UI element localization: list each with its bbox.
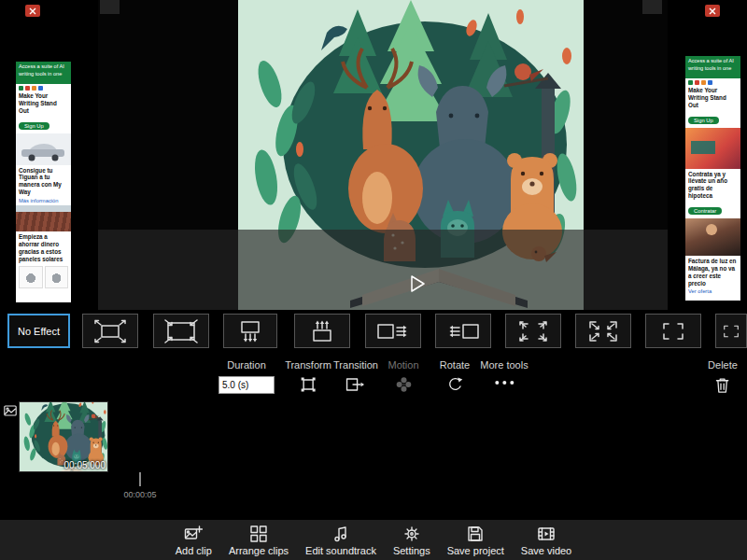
effect-tile-no-effect[interactable]: No Effect bbox=[7, 314, 70, 348]
effect-tile-pan-down[interactable] bbox=[223, 314, 277, 348]
motion-icon bbox=[395, 376, 412, 393]
effect-tile-pan-left[interactable] bbox=[435, 314, 491, 348]
more-tools-button[interactable]: More tools bbox=[480, 359, 528, 385]
ad-header-banner[interactable]: Access a suite of AI writing tools in on… bbox=[685, 56, 740, 78]
effect-tile-zoom-out[interactable] bbox=[153, 314, 209, 348]
bottom-toolbar: Add clip Arrange clips Edit soundtrack bbox=[0, 520, 747, 560]
ad-title: Make Your Writing Stand Out bbox=[688, 87, 738, 109]
pan-right-icon bbox=[373, 319, 414, 343]
duration-control: Duration bbox=[218, 359, 275, 394]
ad-close-icon[interactable] bbox=[705, 5, 720, 17]
transform-icon bbox=[300, 376, 317, 393]
duration-label: Duration bbox=[227, 359, 266, 371]
motion-button[interactable]: Motion bbox=[388, 359, 418, 393]
save-video-button[interactable]: Save video bbox=[521, 525, 571, 556]
no-effect-label: No Effect bbox=[18, 326, 60, 337]
ad-image-person[interactable] bbox=[685, 218, 740, 256]
ad-close-icon[interactable] bbox=[25, 5, 40, 17]
add-clip-label: Add clip bbox=[176, 545, 212, 556]
transform-label: Transform bbox=[285, 359, 331, 371]
duration-input[interactable] bbox=[218, 376, 275, 394]
edit-soundtrack-button[interactable]: Edit soundtrack bbox=[305, 525, 376, 556]
frame-partial-icon bbox=[716, 319, 746, 343]
ad-image-roof[interactable] bbox=[16, 205, 71, 231]
ad-image-promo[interactable] bbox=[685, 128, 740, 169]
save-project-label: Save project bbox=[447, 545, 504, 556]
effect-tile-frame-partial[interactable] bbox=[715, 314, 747, 348]
shrink-corners-icon bbox=[583, 319, 624, 343]
ad-link[interactable]: Ver oferta bbox=[688, 288, 738, 294]
add-clip-icon bbox=[184, 525, 203, 543]
motion-label: Motion bbox=[388, 359, 418, 371]
grow-corners-icon bbox=[513, 319, 554, 343]
film-frame-icon bbox=[537, 525, 556, 543]
add-clip-button[interactable]: Add clip bbox=[176, 525, 212, 556]
zoom-out-icon bbox=[161, 319, 202, 343]
ellipsis-icon bbox=[495, 381, 514, 385]
clip-duration-label: 00:05.000 bbox=[64, 460, 106, 470]
arrange-clips-icon bbox=[249, 525, 268, 543]
transform-button[interactable]: Transform bbox=[285, 359, 331, 393]
ad-link[interactable]: Más información bbox=[19, 198, 68, 203]
ad-title: Make Your Writing Stand Out bbox=[19, 92, 68, 115]
pan-left-icon bbox=[443, 319, 484, 343]
floppy-disk-icon bbox=[466, 525, 485, 543]
ad-title: Empieza a ahorrar dinero gracias a estos… bbox=[19, 233, 68, 262]
settings-label: Settings bbox=[393, 545, 430, 556]
ad-title: Consigue tu Tiguan a tu manera con My Wa… bbox=[19, 167, 68, 196]
ruler-time-label: 00:00:05 bbox=[123, 490, 156, 499]
effects-strip: No Effect bbox=[0, 311, 747, 352]
frame-icon bbox=[653, 319, 694, 343]
ad-frame-edge bbox=[642, 0, 662, 14]
save-project-button[interactable]: Save project bbox=[447, 525, 504, 556]
effect-tile-shrink-corners[interactable] bbox=[575, 314, 631, 348]
ad-product-images bbox=[16, 264, 71, 290]
arrange-clips-button[interactable]: Arrange clips bbox=[229, 525, 289, 556]
effect-tile-pan-right[interactable] bbox=[365, 314, 421, 348]
ad-cta-button[interactable]: Contratar bbox=[688, 207, 722, 215]
ad-product-thumb[interactable] bbox=[19, 266, 43, 288]
effect-tile-frame[interactable] bbox=[645, 314, 701, 348]
ad-app-icons bbox=[19, 86, 68, 91]
ad-signup-button[interactable]: Sign Up bbox=[688, 117, 719, 124]
preview-shade-overlay bbox=[98, 230, 668, 310]
trash-icon bbox=[714, 376, 730, 394]
ad-column-right[interactable]: Access a suite of AI writing tools in on… bbox=[685, 56, 740, 301]
timeline-clip[interactable]: 00:05.000 bbox=[19, 401, 108, 472]
ad-signup-button[interactable]: Sign Up bbox=[19, 122, 49, 130]
ad-title: Contrata ya y llévate un año gratis de h… bbox=[688, 171, 738, 200]
transition-icon bbox=[345, 376, 365, 393]
save-video-label: Save video bbox=[521, 545, 571, 556]
more-tools-label: More tools bbox=[480, 359, 528, 371]
rotate-label: Rotate bbox=[440, 359, 470, 371]
pan-up-icon bbox=[302, 319, 343, 343]
ad-header-banner[interactable]: Access a suite of AI writing tools in on… bbox=[16, 62, 71, 84]
pan-down-icon bbox=[230, 319, 271, 343]
effect-tile-pan-up[interactable] bbox=[294, 314, 350, 348]
image-track-icon bbox=[4, 403, 17, 420]
gear-icon bbox=[402, 525, 421, 543]
ruler-tick bbox=[139, 472, 141, 486]
ad-app-icons bbox=[688, 80, 738, 85]
delete-label: Delete bbox=[708, 359, 738, 371]
settings-button[interactable]: Settings bbox=[393, 525, 430, 556]
ad-frame-edge bbox=[100, 0, 120, 14]
ad-image-car[interactable] bbox=[16, 133, 71, 165]
ad-title: Factura de luz en Málaga, ya no va a cre… bbox=[688, 258, 738, 287]
rotate-icon bbox=[445, 376, 463, 394]
arrange-clips-label: Arrange clips bbox=[229, 545, 289, 556]
edit-soundtrack-label: Edit soundtrack bbox=[305, 545, 376, 556]
transition-button[interactable]: Transition bbox=[333, 359, 378, 393]
play-button[interactable] bbox=[409, 274, 426, 293]
rotate-button[interactable]: Rotate bbox=[440, 359, 470, 394]
delete-button[interactable]: Delete bbox=[708, 359, 738, 394]
effect-tile-zoom-in[interactable] bbox=[82, 314, 138, 348]
video-editor-window: Access a suite of AI writing tools in on… bbox=[0, 0, 747, 560]
music-note-icon bbox=[331, 525, 350, 543]
ad-column-left[interactable]: Access a suite of AI writing tools in on… bbox=[16, 62, 71, 302]
ad-product-thumb[interactable] bbox=[45, 266, 69, 288]
transition-label: Transition bbox=[333, 359, 378, 371]
effect-tile-grow-corners[interactable] bbox=[505, 314, 561, 348]
timeline[interactable]: 00:05.000 00:00:05 bbox=[0, 399, 747, 507]
zoom-in-icon bbox=[90, 319, 131, 343]
